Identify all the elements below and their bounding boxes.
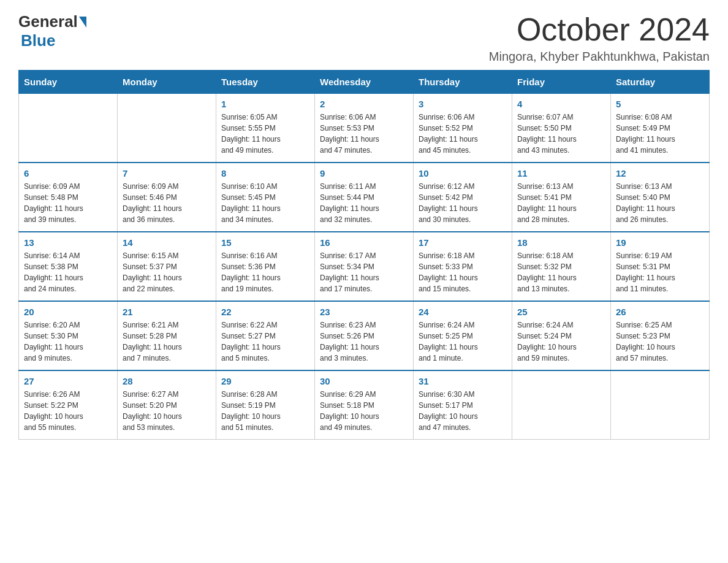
day-number: 20 [24,307,112,317]
day-info: Sunrise: 6:05 AM Sunset: 5:55 PM Dayligh… [221,112,309,156]
day-info: Sunrise: 6:18 AM Sunset: 5:33 PM Dayligh… [419,250,507,294]
day-number: 25 [517,307,605,317]
day-number: 29 [221,376,309,386]
day-info: Sunrise: 6:07 AM Sunset: 5:50 PM Dayligh… [517,112,605,156]
table-row: 12Sunrise: 6:13 AM Sunset: 5:40 PM Dayli… [611,163,710,232]
table-row: 5Sunrise: 6:08 AM Sunset: 5:49 PM Daylig… [611,94,710,163]
table-row: 17Sunrise: 6:18 AM Sunset: 5:33 PM Dayli… [414,232,512,301]
header-monday: Monday [118,71,216,94]
day-info: Sunrise: 6:29 AM Sunset: 5:18 PM Dayligh… [320,389,408,433]
table-row: 4Sunrise: 6:07 AM Sunset: 5:50 PM Daylig… [512,94,611,163]
header-saturday: Saturday [611,71,710,94]
title-section: October 2024 Mingora, Khyber Pakhtunkhwa… [489,12,710,64]
month-title: October 2024 [489,12,710,47]
table-row [512,370,611,440]
day-info: Sunrise: 6:06 AM Sunset: 5:52 PM Dayligh… [419,112,507,156]
day-number: 26 [616,307,704,317]
day-number: 23 [320,307,408,317]
day-info: Sunrise: 6:15 AM Sunset: 5:37 PM Dayligh… [123,250,211,294]
day-info: Sunrise: 6:16 AM Sunset: 5:36 PM Dayligh… [221,250,309,294]
day-number: 16 [320,237,408,248]
day-number: 11 [517,168,605,178]
day-number: 3 [419,99,507,109]
day-info: Sunrise: 6:06 AM Sunset: 5:53 PM Dayligh… [320,112,408,156]
table-row: 30Sunrise: 6:29 AM Sunset: 5:18 PM Dayli… [315,370,414,440]
day-info: Sunrise: 6:26 AM Sunset: 5:22 PM Dayligh… [24,389,112,433]
day-number: 14 [123,237,211,248]
day-info: Sunrise: 6:23 AM Sunset: 5:26 PM Dayligh… [320,320,408,364]
day-info: Sunrise: 6:30 AM Sunset: 5:17 PM Dayligh… [419,389,507,433]
day-number: 27 [24,376,112,386]
day-info: Sunrise: 6:27 AM Sunset: 5:20 PM Dayligh… [123,389,211,433]
table-row: 3Sunrise: 6:06 AM Sunset: 5:52 PM Daylig… [414,94,512,163]
day-number: 4 [517,99,605,109]
calendar-table: Sunday Monday Tuesday Wednesday Thursday… [18,70,710,440]
table-row: 18Sunrise: 6:18 AM Sunset: 5:32 PM Dayli… [512,232,611,301]
day-number: 19 [616,237,704,248]
table-row: 20Sunrise: 6:20 AM Sunset: 5:30 PM Dayli… [19,301,118,370]
table-row [19,94,118,163]
table-row: 28Sunrise: 6:27 AM Sunset: 5:20 PM Dayli… [118,370,216,440]
day-number: 22 [221,307,309,317]
day-info: Sunrise: 6:09 AM Sunset: 5:46 PM Dayligh… [123,181,211,225]
day-number: 12 [616,168,704,178]
day-number: 1 [221,99,309,109]
header-friday: Friday [512,71,611,94]
table-row [611,370,710,440]
table-row: 21Sunrise: 6:21 AM Sunset: 5:28 PM Dayli… [118,301,216,370]
table-row: 6Sunrise: 6:09 AM Sunset: 5:48 PM Daylig… [19,163,118,232]
table-row: 19Sunrise: 6:19 AM Sunset: 5:31 PM Dayli… [611,232,710,301]
calendar-week-row: 13Sunrise: 6:14 AM Sunset: 5:38 PM Dayli… [19,232,710,301]
day-info: Sunrise: 6:18 AM Sunset: 5:32 PM Dayligh… [517,250,605,294]
logo-blue-text: Blue [21,31,55,50]
day-info: Sunrise: 6:13 AM Sunset: 5:40 PM Dayligh… [616,181,704,225]
day-info: Sunrise: 6:25 AM Sunset: 5:23 PM Dayligh… [616,320,704,364]
table-row: 10Sunrise: 6:12 AM Sunset: 5:42 PM Dayli… [414,163,512,232]
table-row: 7Sunrise: 6:09 AM Sunset: 5:46 PM Daylig… [118,163,216,232]
day-number: 17 [419,237,507,248]
day-number: 10 [419,168,507,178]
day-info: Sunrise: 6:13 AM Sunset: 5:41 PM Dayligh… [517,181,605,225]
day-number: 5 [616,99,704,109]
day-info: Sunrise: 6:11 AM Sunset: 5:44 PM Dayligh… [320,181,408,225]
table-row: 9Sunrise: 6:11 AM Sunset: 5:44 PM Daylig… [315,163,414,232]
table-row: 31Sunrise: 6:30 AM Sunset: 5:17 PM Dayli… [414,370,512,440]
calendar-week-row: 20Sunrise: 6:20 AM Sunset: 5:30 PM Dayli… [19,301,710,370]
day-info: Sunrise: 6:20 AM Sunset: 5:30 PM Dayligh… [24,320,112,364]
day-number: 31 [419,376,507,386]
calendar-week-row: 1Sunrise: 6:05 AM Sunset: 5:55 PM Daylig… [19,94,710,163]
table-row: 8Sunrise: 6:10 AM Sunset: 5:45 PM Daylig… [216,163,315,232]
day-number: 21 [123,307,211,317]
day-info: Sunrise: 6:24 AM Sunset: 5:24 PM Dayligh… [517,320,605,364]
day-number: 9 [320,168,408,178]
header-wednesday: Wednesday [315,71,414,94]
table-row: 1Sunrise: 6:05 AM Sunset: 5:55 PM Daylig… [216,94,315,163]
location-subtitle: Mingora, Khyber Pakhtunkhwa, Pakistan [489,50,710,64]
day-info: Sunrise: 6:14 AM Sunset: 5:38 PM Dayligh… [24,250,112,294]
header: General Blue October 2024 Mingora, Khybe… [18,12,710,64]
table-row: 2Sunrise: 6:06 AM Sunset: 5:53 PM Daylig… [315,94,414,163]
day-info: Sunrise: 6:09 AM Sunset: 5:48 PM Dayligh… [24,181,112,225]
table-row: 15Sunrise: 6:16 AM Sunset: 5:36 PM Dayli… [216,232,315,301]
table-row: 24Sunrise: 6:24 AM Sunset: 5:25 PM Dayli… [414,301,512,370]
weekday-header-row: Sunday Monday Tuesday Wednesday Thursday… [19,71,710,94]
header-sunday: Sunday [19,71,118,94]
table-row: 25Sunrise: 6:24 AM Sunset: 5:24 PM Dayli… [512,301,611,370]
calendar-week-row: 27Sunrise: 6:26 AM Sunset: 5:22 PM Dayli… [19,370,710,440]
header-tuesday: Tuesday [216,71,315,94]
day-number: 8 [221,168,309,178]
day-number: 18 [517,237,605,248]
table-row: 29Sunrise: 6:28 AM Sunset: 5:19 PM Dayli… [216,370,315,440]
day-info: Sunrise: 6:08 AM Sunset: 5:49 PM Dayligh… [616,112,704,156]
day-number: 30 [320,376,408,386]
header-thursday: Thursday [414,71,512,94]
day-info: Sunrise: 6:24 AM Sunset: 5:25 PM Dayligh… [419,320,507,364]
table-row: 26Sunrise: 6:25 AM Sunset: 5:23 PM Dayli… [611,301,710,370]
day-info: Sunrise: 6:28 AM Sunset: 5:19 PM Dayligh… [221,389,309,433]
day-number: 6 [24,168,112,178]
day-info: Sunrise: 6:12 AM Sunset: 5:42 PM Dayligh… [419,181,507,225]
day-info: Sunrise: 6:21 AM Sunset: 5:28 PM Dayligh… [123,320,211,364]
day-info: Sunrise: 6:10 AM Sunset: 5:45 PM Dayligh… [221,181,309,225]
calendar-week-row: 6Sunrise: 6:09 AM Sunset: 5:48 PM Daylig… [19,163,710,232]
table-row: 13Sunrise: 6:14 AM Sunset: 5:38 PM Dayli… [19,232,118,301]
